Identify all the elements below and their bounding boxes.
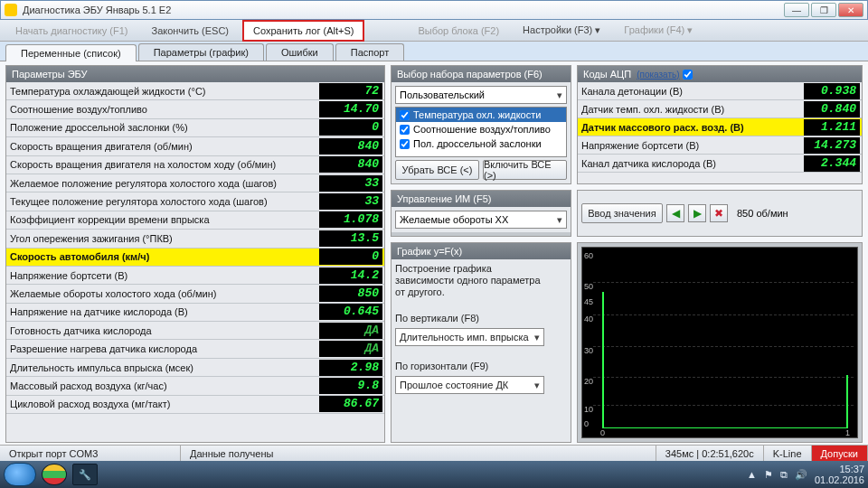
start-button[interactable] <box>4 463 36 486</box>
control-value: 850 об/мин <box>731 208 858 219</box>
tab-params-graph[interactable]: Параметры (график) <box>138 43 264 61</box>
adc-row[interactable]: Датчик массового расх. возд. (В)1.211 <box>578 118 862 136</box>
param-value: 0.645 <box>319 304 382 320</box>
status-bar: Открыт порт COM3 Данные получены 345мс |… <box>0 445 868 461</box>
paramset-checkbox[interactable] <box>400 125 410 135</box>
btn-prev[interactable]: ◀ <box>666 204 684 222</box>
close-button[interactable]: ✕ <box>838 3 863 17</box>
param-row[interactable]: Готовность датчика кислородаДА <box>6 322 384 340</box>
menu-charts[interactable]: Графики (F4) ▾ <box>614 20 703 41</box>
param-value: ДА <box>319 323 382 339</box>
paramset-item[interactable]: Пол. дроссельной заслонки <box>396 136 566 151</box>
tab-passport[interactable]: Паспорт <box>335 43 405 61</box>
param-label: Цикловой расход воздуха (мг/такт) <box>6 399 317 409</box>
graph-vertical-combo[interactable]: Длительность имп. впрыска <box>395 328 544 346</box>
tray-clock[interactable]: 15:3701.02.2016 <box>815 464 864 485</box>
param-row[interactable]: Скорость вращения двигателя на холостом … <box>6 156 384 174</box>
param-label: Длительность импульса впрыска (мсек) <box>6 362 317 373</box>
btn-cancel[interactable]: ✖ <box>710 204 728 222</box>
adc-row[interactable]: Напряжение бортсети (В)14.273 <box>578 136 862 155</box>
paramset-checkbox[interactable] <box>400 139 410 149</box>
status-rx: Данные получены <box>181 446 656 461</box>
param-row[interactable]: Скорость автомобиля (км/ч)0 <box>6 249 384 267</box>
param-row[interactable]: Желаемое положение регулятора холостого … <box>6 174 384 192</box>
btn-remove-all[interactable]: Убрать ВСЕ (<) <box>395 160 479 180</box>
btn-next[interactable]: ▶ <box>688 204 706 222</box>
btn-enter-value[interactable]: Ввод значения <box>581 203 663 223</box>
param-label: Скорость вращения двигателя на холостом … <box>6 159 317 170</box>
window-titlebar: Диагностика ЭБУ Январь 5.1 E2 — ❐ ✕ <box>0 0 868 20</box>
menu-select-block[interactable]: Выбор блока (F2) <box>408 21 509 41</box>
status-timing: 345мс | 0:2:51,620с <box>656 446 764 461</box>
paramset-listbox[interactable]: Температура охл. жидкостиСоотношение воз… <box>395 107 567 157</box>
menu-settings[interactable]: Настройки (F3) ▾ <box>513 20 610 41</box>
adc-label: Канала детонации (В) <box>578 86 802 97</box>
tray-flag-icon[interactable]: ▲ <box>747 469 757 480</box>
param-value: 0 <box>319 249 382 265</box>
param-row[interactable]: Текущее положение регулятора холостого х… <box>6 192 384 211</box>
adc-row[interactable]: Канал датчика кислорода (В)2.344 <box>578 155 862 173</box>
paramset-combo[interactable]: Пользовательский <box>395 86 567 104</box>
param-label: Текущее положение регулятора холостого х… <box>6 196 317 207</box>
param-row[interactable]: Скорость вращения двигателя (об/мин)840 <box>6 137 384 155</box>
param-row[interactable]: Положение дроссельной заслонки (%)0 <box>6 119 384 137</box>
menu-start-diag[interactable]: Начать диагностику (F1) <box>5 21 137 41</box>
param-value: 1.078 <box>319 211 382 228</box>
graph-hlabel: По горизонтали (F9) <box>395 361 544 371</box>
tab-variables-list[interactable]: Переменные (список) <box>5 44 137 61</box>
adc-value: 1.211 <box>804 119 860 136</box>
taskbar-chrome-icon[interactable] <box>42 464 67 485</box>
param-value: 14.70 <box>319 101 382 117</box>
param-label: Разрешение нагрева датчика кислорода <box>6 343 317 354</box>
param-row[interactable]: Массовый расход воздуха (кг/час)9.8 <box>6 377 384 395</box>
tray-volume-icon[interactable]: 🔊 <box>795 469 807 481</box>
param-value: 86.67 <box>319 396 382 412</box>
param-row[interactable]: Напряжение на датчике кислорода (В)0.645 <box>6 304 384 322</box>
param-row[interactable]: Соотношение воздух/топливо14.70 <box>6 100 384 118</box>
taskbar: 🔧 ▲ ⚑ ⧉ 🔊 15:3701.02.2016 <box>0 461 868 488</box>
control-combo[interactable]: Желаемые обороты ХХ <box>395 211 567 229</box>
param-row[interactable]: Угол опережения зажигания (°ПКВ)13.5 <box>6 230 384 248</box>
adc-show-checkbox[interactable] <box>683 70 693 80</box>
tab-errors[interactable]: Ошибки <box>266 43 334 61</box>
taskbar-app-icon[interactable]: 🔧 <box>72 464 98 485</box>
panel-graph: График y=F(x) Построение графика зависим… <box>391 242 571 443</box>
menu-save-log[interactable]: Сохранить лог (Alt+S) <box>242 20 364 42</box>
panel-control: Управление ИМ (F5) Желаемые обороты ХХ <box>391 190 571 237</box>
adc-label: Датчик массового расх. возд. (В) <box>578 122 802 133</box>
paramset-item[interactable]: Температура охл. жидкости <box>396 108 566 122</box>
paramset-checkbox[interactable] <box>400 110 410 120</box>
status-tolerances[interactable]: Допуски <box>812 446 868 461</box>
param-row[interactable]: Длительность импульса впрыска (мсек)2.98 <box>6 359 384 377</box>
paramset-item[interactable]: Соотношение воздух/топливо <box>396 122 566 136</box>
param-list[interactable]: Температура охлаждающей жидкости (°C)72С… <box>6 82 384 442</box>
param-row[interactable]: Цикловой расход воздуха (мг/такт)86.67 <box>6 396 384 414</box>
param-row[interactable]: Температура охлаждающей жидкости (°C)72 <box>6 82 384 100</box>
adc-show-link[interactable]: (показать) <box>637 70 679 80</box>
menu-bar: Начать диагностику (F1) Закончить (ESC) … <box>0 20 868 42</box>
adc-row[interactable]: Канала детонации (В)0.938 <box>578 82 862 100</box>
param-row[interactable]: Коэффициент коррекции времени впрыска1.0… <box>6 211 384 230</box>
tray-action-center-icon[interactable]: ⚑ <box>764 469 773 481</box>
param-row[interactable]: Напряжение бортсети (В)14.2 <box>6 267 384 285</box>
panel-header-paramset: Выбор набора параметров (F6) <box>392 66 571 82</box>
maximize-button[interactable]: ❐ <box>811 3 836 17</box>
adc-row[interactable]: Датчик темп. охл. жидкости (В)0.840 <box>578 100 862 118</box>
menu-stop[interactable]: Закончить (ESC) <box>141 21 239 41</box>
window-title: Диагностика ЭБУ Январь 5.1 E2 <box>23 5 784 15</box>
status-port: Открыт порт COM3 <box>0 446 181 461</box>
adc-label: Датчик темп. охл. жидкости (В) <box>578 104 802 115</box>
system-tray[interactable]: ▲ ⚑ ⧉ 🔊 15:3701.02.2016 <box>747 464 864 485</box>
adc-list: Канала детонации (В)0.938Датчик темп. ох… <box>578 82 862 183</box>
graph-horizontal-combo[interactable]: Прошлое состояние ДК <box>395 376 544 394</box>
btn-include-all[interactable]: Включить ВСЕ (>) <box>483 160 567 180</box>
param-value: 850 <box>319 286 382 302</box>
graph-canvas[interactable]: 60 50 45 40 30 20 10 0 0 1 <box>581 247 858 438</box>
tray-network-icon[interactable]: ⧉ <box>780 469 788 481</box>
param-row[interactable]: Желаемые обороты холостого хода (об/мин)… <box>6 285 384 303</box>
minimize-button[interactable]: — <box>784 3 809 17</box>
param-row[interactable]: Разрешение нагрева датчика кислородаДА <box>6 340 384 358</box>
panel-adc: Коды АЦП (показать) Канала детонации (В)… <box>577 65 863 184</box>
adc-value: 0.938 <box>804 83 860 99</box>
tab-strip: Переменные (список) Параметры (график) О… <box>0 42 868 61</box>
